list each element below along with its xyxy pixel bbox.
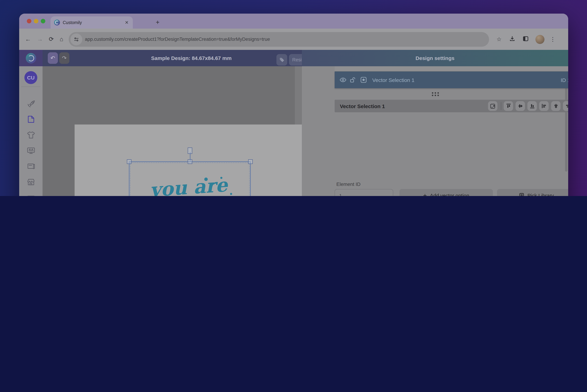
align-center-button[interactable] [551, 101, 561, 111]
vector-selection-section-header: Vector Selection 1 [335, 100, 568, 112]
desktop: Customily ✕ + ← → ⟳ ⌂ app.customily.com/… [0, 0, 587, 196]
minimize-window-button[interactable] [34, 19, 38, 23]
visibility-eye-icon[interactable] [340, 77, 347, 83]
selection-box[interactable]: you are my 1 AND only [129, 162, 251, 196]
downloads-icon[interactable] [509, 36, 515, 43]
sidebar-item-designs[interactable] [26, 115, 35, 124]
account-avatar[interactable]: CU [24, 71, 37, 84]
new-tab-button[interactable]: + [156, 19, 159, 26]
align-right-button[interactable] [563, 101, 568, 111]
browser-menu-icon[interactable]: ⋮ [550, 36, 556, 42]
sidebar-item-mockups[interactable] [26, 146, 35, 155]
forward-icon[interactable]: → [37, 36, 43, 43]
browser-toolbar: ← → ⟳ ⌂ app.customily.com/createProduct1… [19, 28, 568, 50]
artboard[interactable]: you are my 1 AND only [75, 124, 307, 196]
side-panel-icon[interactable] [523, 36, 529, 43]
toolbar-divider [501, 102, 501, 110]
svg-text:you are: you are [149, 174, 229, 196]
unlock-icon[interactable] [350, 77, 356, 83]
customily-logo[interactable] [19, 50, 42, 66]
tag-button[interactable] [276, 54, 287, 66]
design-settings-panel: Vector Selection 1 ID 1 Vector Selection… [302, 66, 568, 196]
close-window-button[interactable] [27, 19, 31, 23]
site-settings-icon[interactable] [70, 33, 82, 45]
sidebar-item-store[interactable] [26, 178, 35, 186]
layer-list-partial-row [335, 66, 568, 72]
selection-handle-nw[interactable] [127, 160, 131, 164]
browser-tab[interactable]: Customily ✕ [50, 16, 133, 28]
align-top-button[interactable] [504, 101, 513, 111]
close-tab-icon[interactable]: ✕ [124, 20, 129, 25]
layer-row-vector-selection[interactable]: Vector Selection 1 ID 1 [335, 72, 568, 88]
section-title: Vector Selection 1 [340, 103, 486, 109]
sidebar-divider [21, 86, 40, 87]
browser-window: Customily ✕ + ← → ⟳ ⌂ app.customily.com/… [19, 14, 568, 196]
customily-favicon-icon [54, 20, 60, 26]
panel-drag-handle[interactable] [431, 92, 439, 96]
tab-strip: Customily ✕ + [19, 14, 568, 28]
rotation-handle[interactable] [187, 148, 192, 154]
sidebar-item-inbox[interactable] [26, 193, 35, 196]
align-left-button[interactable] [539, 101, 549, 111]
sidebar-item-templates[interactable] [26, 162, 35, 171]
layer-name: Vector Selection 1 [372, 77, 561, 83]
undo-button[interactable]: ↶ [48, 52, 58, 64]
reload-icon[interactable]: ⟳ [49, 36, 54, 43]
left-sidebar: CU [19, 66, 42, 196]
element-id-label: Element ID [336, 181, 361, 187]
vector-design-artwork: you are my 1 AND only [133, 172, 248, 196]
library-book-icon [519, 193, 524, 196]
selection-handle-ne[interactable] [248, 160, 253, 164]
tab-title: Customily [63, 20, 124, 25]
customily-logo-icon [26, 53, 36, 63]
favorite-star-icon[interactable] [360, 77, 367, 83]
design-canvas[interactable]: you are my 1 AND only [42, 66, 302, 196]
url-text: app.customily.com/createProduct1?forDesi… [85, 36, 270, 42]
back-icon[interactable]: ← [25, 36, 31, 43]
selection-handle-n[interactable] [187, 160, 192, 164]
home-icon[interactable]: ⌂ [60, 36, 63, 43]
maximize-window-button[interactable] [41, 19, 45, 23]
element-id-input[interactable] [335, 189, 393, 196]
align-bottom-button[interactable] [527, 101, 537, 111]
pick-library-button[interactable]: Pick Library [497, 189, 568, 196]
layer-id-badge: ID 1 [561, 77, 568, 83]
add-vector-option-button[interactable]: + Add vector option [400, 189, 493, 196]
sidebar-item-products[interactable] [26, 130, 35, 140]
align-middle-button[interactable] [516, 101, 525, 111]
profile-avatar[interactable] [536, 35, 545, 44]
fit-to-bounds-button[interactable] [488, 101, 498, 111]
address-bar[interactable]: app.customily.com/createProduct1?forDesi… [68, 32, 489, 46]
design-settings-header: Design settings [302, 50, 568, 66]
plus-icon: + [423, 192, 427, 196]
sidebar-item-launch[interactable] [26, 99, 35, 108]
bookmark-star-icon[interactable]: ☆ [497, 36, 502, 42]
